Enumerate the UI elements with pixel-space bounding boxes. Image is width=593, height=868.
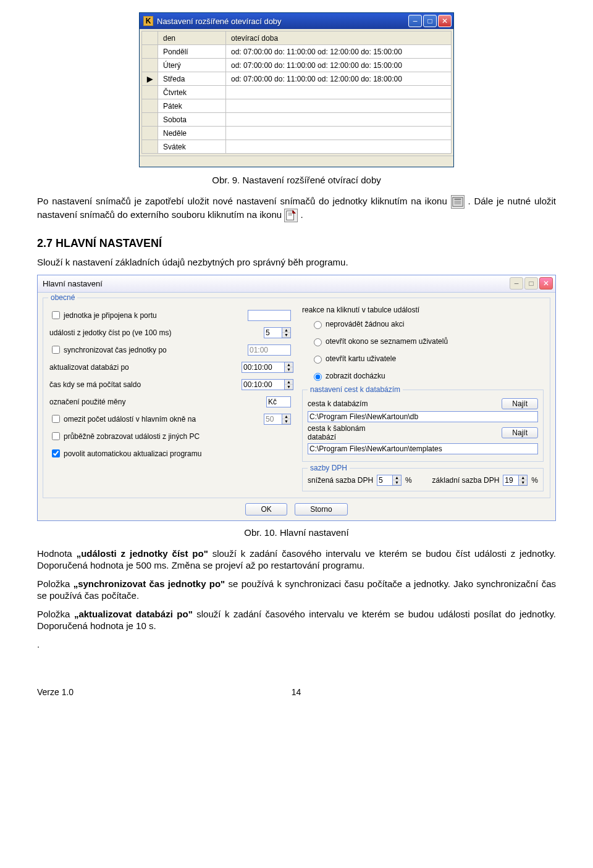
spinner-icon[interactable]: ▲▼ bbox=[285, 362, 293, 373]
port-checkbox[interactable] bbox=[52, 311, 60, 319]
table-row[interactable]: Svátek bbox=[142, 140, 452, 154]
row-marker[interactable] bbox=[142, 86, 158, 99]
table-row[interactable]: Sobota bbox=[142, 113, 452, 127]
col-day[interactable]: den bbox=[158, 31, 226, 45]
table-row[interactable]: Pondělíod: 07:00:00 do: 11:00:00 od: 12:… bbox=[142, 45, 452, 59]
cell-hours[interactable] bbox=[226, 140, 452, 154]
table-row[interactable]: ▶Středaod: 07:00:00 do: 11:00:00 od: 12:… bbox=[142, 72, 452, 86]
status-bar bbox=[140, 156, 453, 167]
reaction-open-list-radio[interactable] bbox=[314, 338, 322, 346]
svg-rect-8 bbox=[288, 215, 292, 215]
find-db-button[interactable]: Najít bbox=[502, 398, 538, 409]
cell-day[interactable]: Svátek bbox=[158, 140, 226, 154]
update-db-input[interactable] bbox=[242, 362, 285, 373]
read-interval-label: události z jedotky číst po (ve 100 ms) bbox=[49, 328, 242, 337]
percent-label: % bbox=[405, 476, 412, 485]
cell-hours[interactable] bbox=[226, 113, 452, 127]
general-group: obecné jednotka je připojena k portu udá… bbox=[43, 298, 550, 498]
svg-rect-1 bbox=[454, 199, 461, 201]
other-pc-checkbox[interactable] bbox=[52, 432, 60, 440]
find-tpl-button[interactable]: Najít bbox=[502, 427, 538, 438]
schedule-titlebar[interactable]: K Nastavení rozšířené otevírací doby – □… bbox=[140, 13, 453, 29]
footer-page: 14 bbox=[292, 687, 301, 697]
tpl-path-input[interactable] bbox=[308, 443, 538, 454]
row-marker[interactable]: ▶ bbox=[142, 72, 158, 86]
paragraph-save-info: Po nastavení snímačů je zapotřebí uložit… bbox=[37, 195, 556, 222]
ok-button[interactable]: OK bbox=[245, 503, 287, 515]
svg-rect-2 bbox=[454, 201, 461, 202]
table-row[interactable]: Pátek bbox=[142, 99, 452, 113]
dph-base-input[interactable] bbox=[503, 475, 519, 486]
read-interval-input[interactable] bbox=[264, 327, 282, 338]
cell-day[interactable]: Sobota bbox=[158, 113, 226, 127]
reaction-open-card-radio[interactable] bbox=[314, 356, 322, 364]
table-row[interactable]: Neděle bbox=[142, 127, 452, 140]
cell-day[interactable]: Středa bbox=[158, 72, 226, 86]
figure-caption-9: Obr. 9. Nastavení rozšířené otvírací dob… bbox=[37, 175, 556, 185]
paths-legend: nastavení cest k databázím bbox=[308, 385, 403, 394]
reaction-none-radio[interactable] bbox=[314, 321, 322, 329]
cell-day[interactable]: Pondělí bbox=[158, 45, 226, 59]
minimize-button[interactable]: – bbox=[408, 15, 422, 27]
row-marker[interactable] bbox=[142, 140, 158, 154]
row-marker[interactable] bbox=[142, 113, 158, 127]
update-db-label: aktualizovat databázi po bbox=[49, 363, 242, 372]
other-pc-label: průběžně zobrazovat události z jiných PC bbox=[64, 432, 291, 441]
sync-time-input[interactable] bbox=[248, 344, 291, 356]
table-row[interactable]: Úterýod: 07:00:00 do: 11:00:00 od: 12:00… bbox=[142, 59, 452, 72]
close-button[interactable]: ✕ bbox=[438, 15, 452, 27]
spinner-icon[interactable]: ▲▼ bbox=[519, 475, 528, 486]
cell-day[interactable]: Neděle bbox=[158, 127, 226, 140]
spinner-icon[interactable]: ▲▼ bbox=[282, 327, 291, 338]
sync-time-checkbox[interactable] bbox=[52, 346, 60, 354]
cell-hours[interactable]: od: 07:00:00 do: 11:00:00 od: 12:00:00 d… bbox=[226, 59, 452, 72]
paragraph-read-interval: Hodnota „události z jednotky číst po" sl… bbox=[37, 548, 556, 572]
svg-rect-4 bbox=[454, 204, 461, 204]
percent-label: % bbox=[531, 476, 538, 485]
schedule-table[interactable]: den otevírací doba Pondělíod: 07:00:00 d… bbox=[141, 31, 452, 154]
cell-hours[interactable] bbox=[226, 127, 452, 140]
close-button[interactable]: ✕ bbox=[539, 277, 553, 290]
reaction-none-label: neprovádět žádnou akci bbox=[326, 320, 544, 328]
paragraph-sync-time: Položka „synchronizovat čas jednotky po"… bbox=[37, 578, 556, 602]
maximize-button[interactable]: □ bbox=[423, 15, 437, 27]
spinner-icon[interactable]: ▲▼ bbox=[285, 379, 293, 390]
col-hours[interactable]: otevírací doba bbox=[226, 31, 452, 45]
limit-events-input[interactable] bbox=[264, 414, 282, 425]
cancel-button[interactable]: Storno bbox=[295, 503, 347, 515]
reaction-open-list-label: otevřít okono se seznamem uživatelů bbox=[326, 337, 544, 346]
cell-hours[interactable]: od: 07:00:00 do: 11:00:00 od: 12:00:00 d… bbox=[226, 45, 452, 59]
cell-day[interactable]: Pátek bbox=[158, 99, 226, 113]
reaction-attendance-label: zobrazit docházku bbox=[326, 372, 544, 380]
cell-hours[interactable] bbox=[226, 99, 452, 113]
autoupdate-checkbox[interactable] bbox=[52, 449, 60, 457]
table-row[interactable]: Čtvrtek bbox=[142, 86, 452, 99]
limit-events-checkbox[interactable] bbox=[52, 415, 60, 423]
footer-version: Verze 1.0 bbox=[37, 687, 74, 697]
reaction-attendance-radio[interactable] bbox=[314, 373, 322, 381]
currency-input[interactable] bbox=[266, 396, 291, 407]
row-marker[interactable] bbox=[142, 59, 158, 72]
dph-group: sazby DPH snížená sazba DPH ▲▼ % základn… bbox=[302, 468, 544, 491]
row-marker[interactable] bbox=[142, 127, 158, 140]
dph-low-input[interactable] bbox=[377, 475, 393, 486]
saldo-label: čas kdy se má počítat saldo bbox=[49, 380, 242, 389]
port-field[interactable] bbox=[248, 310, 291, 321]
spinner-icon[interactable]: ▲▼ bbox=[282, 414, 291, 425]
section-heading: 2.7 HLAVNÍ NASTAVENÍ bbox=[37, 237, 556, 250]
currency-label: označení použité měny bbox=[49, 398, 242, 406]
main-settings-titlebar[interactable]: Hlavní nastavení – □ ✕ bbox=[38, 275, 555, 293]
cell-hours[interactable]: od: 07:00:00 do: 11:00:00 od: 12:00:00 d… bbox=[226, 72, 452, 86]
row-marker[interactable] bbox=[142, 45, 158, 59]
maximize-button[interactable]: □ bbox=[524, 277, 538, 290]
db-path-input[interactable] bbox=[308, 411, 538, 422]
row-marker[interactable] bbox=[142, 99, 158, 113]
main-settings-title: Hlavní nastavení bbox=[43, 279, 510, 288]
cell-day[interactable]: Čtvrtek bbox=[158, 86, 226, 99]
spinner-icon[interactable]: ▲▼ bbox=[393, 475, 402, 486]
cell-hours[interactable] bbox=[226, 86, 452, 99]
minimize-button[interactable]: – bbox=[510, 277, 523, 290]
saldo-input[interactable] bbox=[242, 379, 285, 390]
port-label: jednotka je připojena k portu bbox=[64, 311, 242, 320]
cell-day[interactable]: Úterý bbox=[158, 59, 226, 72]
